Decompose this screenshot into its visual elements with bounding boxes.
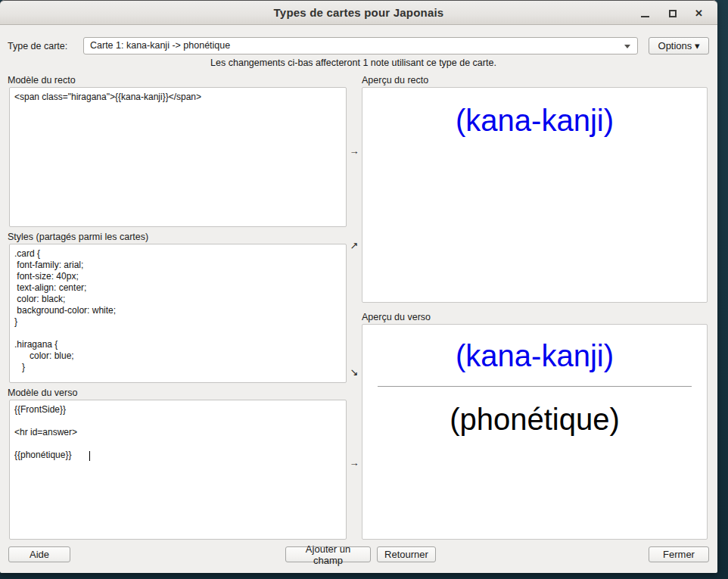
card-type-selected-value: Carte 1: kana-kanji -> phonétique [90, 40, 230, 51]
minimize-button[interactable] [636, 1, 655, 26]
close-button[interactable]: ✕ [690, 1, 710, 26]
maximize-icon [669, 10, 677, 17]
front-template-label: Modèle du recto [8, 75, 76, 86]
chevron-down-icon [624, 45, 630, 48]
back-template-editor[interactable]: {{FrontSide}} <hr id=answer> {{phonétiqu… [9, 400, 347, 540]
answer-divider [378, 386, 692, 387]
add-field-button[interactable]: Ajouter un champ [285, 546, 371, 562]
titlebar: Types de cartes pour Japonais ✕ [0, 0, 717, 25]
front-flow-arrow-icon: → [347, 145, 361, 157]
help-button[interactable]: Aide [8, 546, 70, 562]
styling-editor[interactable]: .card { font-family: arial; font-size: 4… [9, 244, 347, 383]
card-types-dialog: Types de cartes pour Japonais ✕ Type de … [0, 0, 717, 573]
front-preview-panel: (kana-kanji) [362, 87, 708, 303]
back-preview-panel: (kana-kanji) (phonétique) [362, 324, 708, 540]
back-flow-arrow-icon: → [347, 457, 361, 468]
front-preview-label: Aperçu du recto [362, 75, 428, 86]
front-template-editor[interactable]: <span class="hiragana">{{kana-kanji}}</s… [9, 87, 347, 227]
close-dialog-button[interactable]: Fermer [649, 546, 709, 562]
window-title: Types de cartes pour Japonais [0, 6, 717, 19]
back-template-label: Modèle du verso [8, 388, 77, 398]
back-preview-answer-text: (phonétique) [362, 402, 707, 437]
minimize-icon [641, 16, 649, 17]
maximize-button[interactable] [663, 1, 683, 26]
options-button[interactable]: Options ▾ [649, 37, 709, 54]
front-preview-text: (kana-kanji) [362, 88, 707, 138]
flip-button[interactable]: Retourner [377, 546, 436, 562]
close-icon: ✕ [695, 8, 703, 19]
back-preview-label: Aperçu du verso [362, 312, 431, 322]
card-type-select[interactable]: Carte 1: kana-kanji -> phonétique [83, 37, 638, 54]
styling-label: Styles (partagés parmi les cartes) [8, 232, 148, 242]
card-type-label: Type de carte: [8, 41, 67, 51]
style-down-arrow-icon: ↘ [347, 366, 361, 378]
text-caret [89, 451, 90, 461]
back-preview-front-text: (kana-kanji) [362, 325, 707, 373]
affected-notes-notice: Les changements ci-bas affecteront 1 not… [0, 58, 707, 68]
style-up-arrow-icon: ↗ [347, 240, 361, 251]
